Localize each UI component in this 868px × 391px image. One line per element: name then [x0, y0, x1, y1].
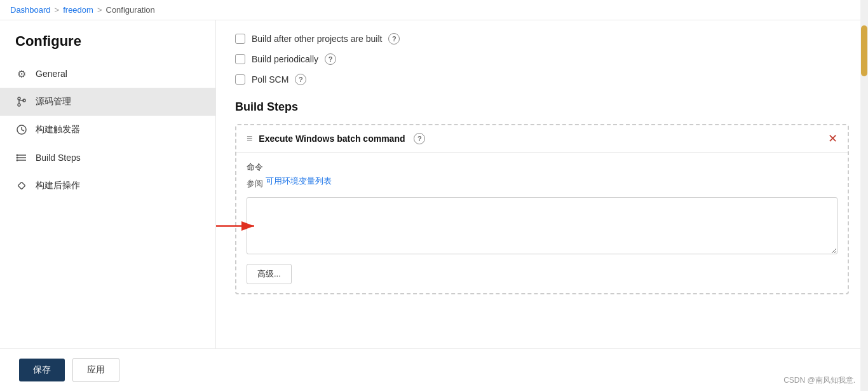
ref-row: 参阅 可用环境变量列表 [247, 175, 837, 192]
sidebar-item-source-mgmt-label: 源码管理 [36, 96, 71, 107]
drag-icon[interactable]: ≡ [247, 133, 252, 144]
build-after-checkbox[interactable] [235, 34, 245, 44]
main-content: Build after other projects are built ? B… [216, 20, 868, 348]
env-link[interactable]: 可用环境变量列表 [266, 175, 332, 187]
sidebar-item-post-build-label: 构建后操作 [36, 180, 80, 191]
breadcrumb-dashboard[interactable]: Dashboard [10, 5, 51, 15]
build-periodically-label: Build periodically [252, 54, 318, 64]
sidebar-item-general[interactable]: ⚙ General [0, 60, 215, 88]
sidebar-item-post-build[interactable]: 构建后操作 [0, 172, 215, 200]
build-after-help[interactable]: ? [388, 33, 400, 45]
branch-icon [15, 95, 28, 108]
trigger-row-build-periodically: Build periodically ? [235, 53, 849, 65]
build-steps-title: Build Steps [235, 100, 849, 114]
apply-button[interactable]: 应用 [72, 358, 119, 382]
build-periodically-checkbox[interactable] [235, 54, 245, 64]
build-step-card: ≡ Execute Windows batch command ? ✕ 命令 参… [235, 124, 849, 294]
sidebar-item-build-trigger[interactable]: 构建触发器 [0, 116, 215, 144]
breadcrumb: Dashboard > freedom > Configuration [0, 0, 868, 20]
breadcrumb-sep-2: > [97, 5, 102, 15]
sidebar-item-build-trigger-label: 构建触发器 [36, 124, 80, 135]
build-step-header: ≡ Execute Windows batch command ? ✕ [236, 125, 848, 153]
trigger-row-poll-scm: Poll SCM ? [235, 74, 849, 85]
poll-scm-help[interactable]: ? [295, 74, 306, 85]
command-textarea-wrapper [247, 197, 837, 256]
sidebar-item-general-label: General [36, 69, 67, 79]
build-after-label: Build after other projects are built [252, 34, 382, 44]
gear-icon: ⚙ [15, 67, 28, 80]
breadcrumb-sep-1: > [55, 5, 60, 15]
breadcrumb-configuration: Configuration [106, 5, 155, 15]
svg-point-0 [18, 97, 20, 100]
advanced-button[interactable]: 高级... [247, 264, 292, 284]
scrollbar-track[interactable] [860, 0, 868, 391]
build-periodically-help[interactable]: ? [325, 53, 336, 65]
poll-scm-checkbox[interactable] [235, 74, 245, 85]
list-icon [15, 151, 28, 164]
build-step-body: 命令 参阅 可用环境变量列表 [236, 153, 848, 293]
step-close-button[interactable]: ✕ [828, 133, 837, 144]
footer-bar: 保存 应用 [0, 348, 868, 391]
command-textarea[interactable] [247, 197, 837, 254]
sidebar-title: Configure [0, 20, 215, 60]
sidebar-item-source-mgmt[interactable]: 源码管理 [0, 88, 215, 116]
clock-icon [15, 123, 28, 136]
step-title: Execute Windows batch command [259, 134, 405, 144]
svg-point-10 [17, 154, 18, 156]
breadcrumb-freedom[interactable]: freedom [63, 5, 93, 15]
sidebar-item-build-steps-label: Build Steps [36, 153, 81, 163]
diamond-icon [15, 179, 28, 192]
svg-point-11 [17, 157, 18, 159]
sidebar: Configure ⚙ General 源码管理 [0, 20, 216, 348]
step-help-icon[interactable]: ? [414, 133, 425, 144]
save-button[interactable]: 保存 [19, 359, 65, 381]
poll-scm-label: Poll SCM [252, 74, 288, 85]
sidebar-item-build-steps[interactable]: Build Steps [0, 144, 215, 172]
trigger-row-build-after: Build after other projects are built ? [235, 33, 849, 45]
svg-line-6 [22, 130, 24, 131]
command-label: 命令 [247, 161, 837, 173]
watermark: CSDN @南风知我意. [783, 375, 855, 386]
svg-point-12 [17, 160, 18, 161]
arrow-indicator [216, 216, 259, 237]
ref-text: 参阅 [247, 178, 263, 189]
svg-rect-13 [18, 182, 25, 189]
scrollbar-thumb[interactable] [861, 25, 867, 76]
svg-point-1 [18, 104, 20, 106]
